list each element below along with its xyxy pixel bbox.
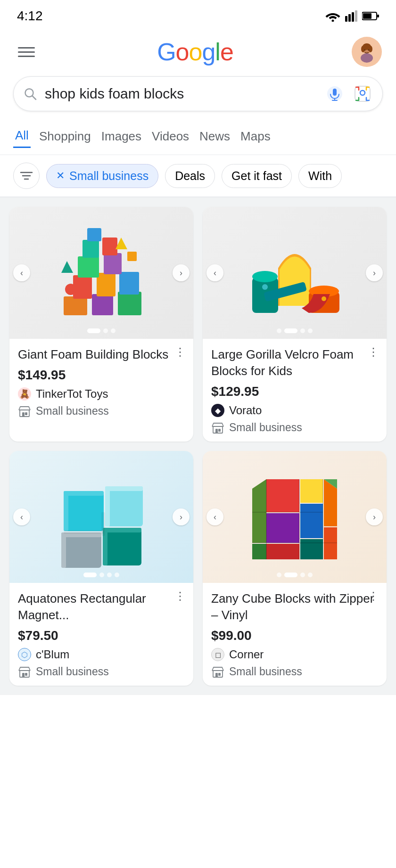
svg-marker-72: [266, 479, 299, 512]
store-icon-1: [18, 404, 31, 418]
tab-videos[interactable]: Videos: [150, 125, 191, 147]
svg-rect-1: [345, 16, 347, 22]
hamburger-menu[interactable]: [14, 43, 39, 61]
carousel-prev-3[interactable]: ‹: [13, 508, 30, 525]
filter-get-it-fast[interactable]: Get it fast: [222, 164, 292, 188]
store-icon-2: [211, 421, 224, 434]
tab-all[interactable]: All: [13, 124, 31, 148]
svg-point-14: [364, 49, 365, 51]
foam-blocks-image-2: [243, 221, 346, 325]
phone-frame: 4:12: [0, 0, 396, 868]
carousel-next-3[interactable]: ›: [173, 508, 190, 525]
svg-rect-44: [25, 412, 27, 415]
svg-point-12: [361, 46, 365, 52]
dot-4-4: [308, 573, 313, 577]
dot-1: [87, 328, 100, 333]
seller-icon-2: ◆: [215, 406, 221, 415]
tab-news[interactable]: News: [198, 125, 232, 147]
product-info-1: Giant Foam Building Blocks ⋮ $149.95 🧸 T…: [9, 339, 193, 425]
filter-options-button[interactable]: [13, 163, 40, 189]
carousel-prev-4[interactable]: ‹: [206, 508, 223, 525]
small-business-label-3: Small business: [36, 665, 109, 678]
small-business-row-3: Small business: [18, 665, 185, 678]
status-bar: 4:12: [0, 0, 396, 28]
svg-rect-57: [64, 491, 68, 531]
svg-marker-78: [300, 504, 323, 538]
product-more-button-3[interactable]: ⋮: [171, 587, 190, 606]
product-card-4[interactable]: ‹ › Zany Cube Blocks with Zipper – Vinyl…: [203, 451, 387, 686]
seller-row-3: ⬡ c'Blum: [18, 648, 185, 661]
store-icon-3: [18, 665, 31, 678]
seller-row-4: ◻ Corner: [211, 648, 378, 661]
svg-marker-80: [300, 539, 323, 559]
small-business-label-4: Small business: [229, 665, 302, 678]
svg-rect-6: [363, 13, 371, 19]
signal-icon: [345, 10, 357, 22]
svg-line-17: [33, 96, 36, 100]
seller-badge-4: ◻: [211, 648, 224, 661]
svg-rect-55: [64, 491, 104, 531]
product-card-3[interactable]: ‹ › Aquatones Rectangular Magnet... ⋮ $7…: [9, 451, 193, 686]
svg-rect-58: [105, 486, 143, 526]
svg-rect-43: [22, 412, 25, 417]
product-more-button-4[interactable]: ⋮: [364, 587, 383, 606]
filter-deals[interactable]: Deals: [165, 164, 215, 188]
svg-rect-33: [78, 256, 99, 278]
svg-rect-29: [118, 292, 141, 315]
filter-small-business[interactable]: ✕ Small business: [46, 164, 158, 188]
header: Google: [0, 28, 396, 72]
product-card-1[interactable]: ‹ › Giant Foam Building Blocks ⋮ $149.95: [9, 207, 193, 442]
user-avatar[interactable]: [352, 37, 382, 67]
svg-rect-37: [87, 228, 101, 241]
search-bar[interactable]: shop kids foam blocks: [13, 76, 383, 111]
product-more-button-2[interactable]: ⋮: [364, 343, 383, 361]
svg-point-15: [368, 49, 369, 51]
svg-rect-4: [355, 10, 357, 22]
carousel-prev-1[interactable]: ‹: [13, 264, 30, 281]
logo-o2: o: [189, 38, 202, 66]
svg-rect-34: [104, 253, 122, 274]
tab-shopping[interactable]: Shopping: [37, 125, 93, 147]
product-price-1: $149.95: [18, 368, 185, 383]
carousel-dots-1: [87, 328, 116, 333]
dot-3-3: [107, 573, 112, 577]
dot-4-3: [300, 573, 305, 577]
seller-name-2: Vorato: [229, 404, 262, 417]
product-price-3: $79.50: [18, 628, 185, 643]
svg-marker-77: [252, 479, 266, 543]
search-bar-container: shop kids foam blocks: [0, 72, 396, 118]
product-title-3: Aquatones Rectangular Magnet...: [18, 590, 185, 623]
svg-point-23: [360, 90, 365, 95]
seller-name-3: c'Blum: [36, 648, 69, 661]
svg-rect-90: [218, 673, 221, 676]
google-lens-button[interactable]: [352, 83, 373, 104]
carousel-dots-4: [277, 573, 313, 577]
svg-rect-27: [64, 296, 87, 315]
carousel-prev-2[interactable]: ‹: [206, 264, 223, 281]
carousel-next-4[interactable]: ›: [366, 508, 383, 525]
svg-point-10: [361, 53, 373, 63]
logo-e: e: [220, 38, 233, 66]
products-section: ‹ › Giant Foam Building Blocks ⋮ $149.95: [0, 197, 396, 695]
tab-images[interactable]: Images: [99, 125, 143, 147]
svg-marker-79: [266, 544, 299, 559]
filter-icon: [20, 171, 33, 181]
svg-rect-70: [22, 673, 25, 677]
svg-marker-82: [252, 544, 266, 559]
dot-3-4: [115, 573, 119, 577]
product-card-2[interactable]: ‹ › Large Gorilla Velcro Foam Blocks for…: [203, 207, 387, 442]
tab-maps[interactable]: Maps: [239, 125, 272, 147]
svg-rect-65: [103, 528, 141, 532]
avatar-image: [355, 41, 378, 63]
small-business-row-2: Small business: [211, 421, 378, 434]
dot-2-3: [300, 328, 305, 333]
carousel-next-2[interactable]: ›: [366, 264, 383, 281]
dot-3-2: [99, 573, 104, 577]
product-more-button-1[interactable]: ⋮: [171, 343, 190, 361]
product-price-4: $99.00: [211, 628, 378, 643]
carousel-next-1[interactable]: ›: [173, 264, 190, 281]
filter-with[interactable]: With: [298, 164, 342, 188]
voice-search-button[interactable]: [325, 84, 345, 104]
svg-rect-61: [61, 532, 101, 568]
small-business-row-4: Small business: [211, 665, 378, 678]
